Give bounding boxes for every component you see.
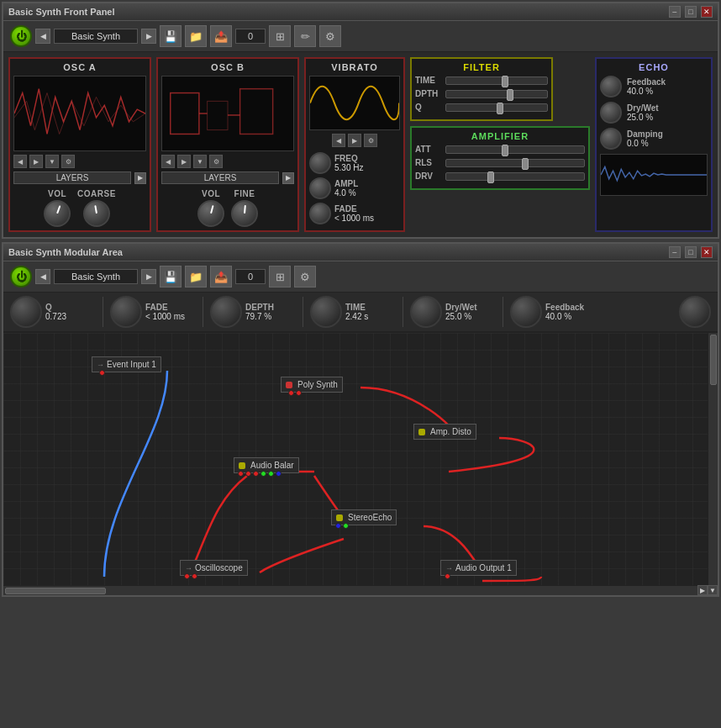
vibrato-fade-knob[interactable] <box>309 203 331 224</box>
strip-depth-knob[interactable] <box>210 296 242 328</box>
filter-q-track[interactable] <box>445 103 548 112</box>
strip-feedback-knob[interactable] <box>510 296 542 328</box>
poly-synth-node[interactable]: Poly Synth <box>281 377 343 393</box>
audio-balar-port-g1[interactable] <box>261 471 266 477</box>
counter-field[interactable]: 0 <box>235 29 266 44</box>
modular-next-btn[interactable]: ▶ <box>141 269 156 284</box>
modular-close-button[interactable]: ✕ <box>701 246 713 258</box>
modular-minimize-button[interactable]: – <box>669 246 681 258</box>
amp-att-track[interactable] <box>445 145 585 154</box>
osc-a-play-btn[interactable]: ▶ <box>29 155 43 168</box>
save-preset-button[interactable]: 💾 <box>160 25 182 47</box>
echo-feedback-knob[interactable] <box>600 76 622 98</box>
oscilloscope-label: Oscilloscope <box>195 563 243 572</box>
load-preset-button[interactable]: 📁 <box>185 25 207 47</box>
amp-disto-node[interactable]: Amp. Disto <box>413 424 476 440</box>
amp-rls-thumb[interactable] <box>522 158 529 170</box>
osc-b-down-btn[interactable]: ▼ <box>193 155 207 168</box>
minimize-button[interactable]: – <box>669 6 681 18</box>
amp-rls-track[interactable] <box>445 159 585 167</box>
stereo-echo-node[interactable]: StereoEcho <box>331 509 397 525</box>
audio-balar-port-r3[interactable] <box>253 471 259 477</box>
osc-a-coarse-knob[interactable] <box>83 200 110 227</box>
amp-att-thumb[interactable] <box>502 145 508 156</box>
osc-a-prev-btn[interactable]: ◀ <box>13 155 27 168</box>
event-input-node[interactable]: → Event Input 1 <box>92 356 161 372</box>
audio-output-port-r1[interactable] <box>445 573 450 579</box>
next-preset-button[interactable]: ▶ <box>141 29 156 44</box>
power-button[interactable]: ⏻ <box>10 25 32 47</box>
event-input-port-red[interactable] <box>99 370 105 376</box>
strip-last-knob[interactable] <box>679 296 711 328</box>
modular-power-button[interactable]: ⏻ <box>10 266 32 288</box>
modular-export-btn[interactable]: 📤 <box>210 266 232 288</box>
strip-fade-knob[interactable] <box>110 296 142 328</box>
filter-dpth-track[interactable] <box>445 90 548 98</box>
prev-preset-button[interactable]: ◀ <box>35 29 50 44</box>
strip-fade-value: < 1000 ms <box>145 312 196 321</box>
osc-a-down-btn[interactable]: ▼ <box>45 155 59 168</box>
osc-a-layers-arrow[interactable]: ▶ <box>134 172 146 184</box>
modular-random-btn[interactable]: ⊞ <box>269 266 291 288</box>
strip-depth-item: DEPTH 79.7 % <box>210 296 296 328</box>
oscilloscope-port-r2[interactable] <box>192 573 197 579</box>
osc-b-fine-knob[interactable] <box>231 200 258 227</box>
osc-a-settings-btn[interactable]: ⚙ <box>61 155 75 168</box>
settings-button[interactable]: ⚙ <box>319 25 341 47</box>
modular-maximize-button[interactable]: □ <box>685 246 697 258</box>
filter-q-thumb[interactable] <box>497 103 503 114</box>
osc-b-vol-knob[interactable] <box>197 200 224 227</box>
strip-time-knob[interactable] <box>310 296 342 328</box>
modular-settings-btn[interactable]: ⚙ <box>294 266 316 288</box>
oscilloscope-port-r1[interactable] <box>184 573 190 579</box>
strip-drywet-knob[interactable] <box>410 296 442 328</box>
modular-counter[interactable]: 0 <box>235 269 266 284</box>
audio-balar-port-r1[interactable] <box>238 471 244 477</box>
echo-drywet-knob[interactable] <box>600 102 622 124</box>
filter-time-thumb[interactable] <box>502 76 508 87</box>
vertical-scrollbar-thumb[interactable] <box>710 335 717 385</box>
scroll-arrow-right[interactable]: ▶ <box>697 585 708 595</box>
audio-output-node[interactable]: → Audio Output 1 <box>440 560 517 576</box>
oscilloscope-node[interactable]: → Oscilloscope <box>180 560 248 576</box>
audio-balar-node[interactable]: Audio Balar <box>234 457 299 473</box>
vibrato-prev-btn[interactable]: ◀ <box>332 134 345 147</box>
osc-b-prev-btn[interactable]: ◀ <box>161 155 175 168</box>
vibrato-freq-knob[interactable] <box>309 152 331 174</box>
vibrato-play-btn[interactable]: ▶ <box>348 134 361 147</box>
audio-balar-port-r2[interactable] <box>245 471 251 477</box>
osc-b-layers-arrow[interactable]: ▶ <box>282 172 294 184</box>
scroll-arrow-down[interactable]: ▼ <box>708 585 718 595</box>
amp-drv-thumb[interactable] <box>487 171 494 183</box>
modular-prev-btn[interactable]: ◀ <box>35 269 50 284</box>
filter-dpth-thumb[interactable] <box>507 89 513 101</box>
osc-b-settings-btn[interactable]: ⚙ <box>209 155 223 168</box>
stereo-echo-port-b1[interactable] <box>335 523 341 529</box>
close-button[interactable]: ✕ <box>701 6 713 18</box>
strip-q-knob[interactable] <box>10 296 42 328</box>
horizontal-scrollbar[interactable] <box>3 585 697 595</box>
vertical-scrollbar[interactable] <box>708 333 718 585</box>
filter-time-track[interactable] <box>445 76 548 85</box>
export-preset-button[interactable]: 📤 <box>210 25 232 47</box>
vibrato-ampl-param: AMPL 4.0 % <box>334 179 358 198</box>
poly-synth-port-1[interactable] <box>288 390 294 396</box>
modular-load-btn[interactable]: 📁 <box>185 266 207 288</box>
audio-balar-port-b1[interactable] <box>276 471 282 477</box>
osc-b-play-btn[interactable]: ▶ <box>177 155 191 168</box>
amplifier-title: AMPLIFIER <box>415 131 585 141</box>
amp-disto-label: Amp. Disto <box>430 427 471 436</box>
echo-damping-knob[interactable] <box>600 128 622 150</box>
edit-button[interactable]: ✏ <box>294 25 316 47</box>
horizontal-scrollbar-thumb[interactable] <box>5 588 106 594</box>
random-button[interactable]: ⊞ <box>269 25 291 47</box>
modular-save-btn[interactable]: 💾 <box>160 266 182 288</box>
audio-balar-port-g2[interactable] <box>268 471 274 477</box>
stereo-echo-port-g1[interactable] <box>343 523 349 529</box>
osc-a-vol-knob[interactable] <box>44 200 71 227</box>
vibrato-settings-btn[interactable]: ⚙ <box>364 134 377 147</box>
maximize-button[interactable]: □ <box>685 6 697 18</box>
vibrato-ampl-knob[interactable] <box>309 177 331 199</box>
poly-synth-port-2[interactable] <box>296 390 302 396</box>
amp-drv-track[interactable] <box>445 172 585 181</box>
